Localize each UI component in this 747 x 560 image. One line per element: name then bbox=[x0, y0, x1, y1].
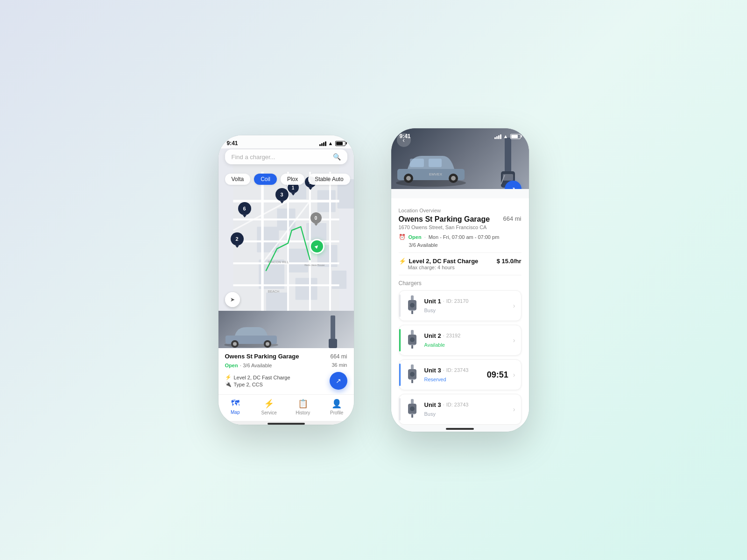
wifi-icon-2: ▲ bbox=[503, 133, 508, 139]
overview-label: Location Overview bbox=[399, 208, 521, 213]
filter-coil[interactable]: Coil bbox=[254, 174, 277, 185]
charger-info-3: Unit 3 · ID: 23743 Reserved bbox=[424, 367, 482, 383]
nav-service[interactable]: ⚡ Service bbox=[252, 399, 286, 415]
charger-unit-4: Unit 3 bbox=[424, 401, 441, 408]
svg-rect-66 bbox=[411, 414, 413, 418]
charger-info-1: Unit 1 · ID: 23170 Busy bbox=[424, 298, 508, 314]
status-bar-2: 9:41 ▲ bbox=[391, 128, 529, 141]
nav-history[interactable]: 📋 History bbox=[286, 399, 320, 415]
card-distance: 664 mi bbox=[330, 353, 347, 360]
location-content: Location Overview Owens St Parking Garag… bbox=[391, 198, 529, 425]
filter-plox[interactable]: Plox bbox=[281, 174, 304, 185]
marker-6[interactable]: 0 bbox=[310, 212, 322, 224]
dot-separator: · bbox=[424, 234, 426, 240]
battery-icon-2 bbox=[510, 134, 521, 139]
status-line-2 bbox=[399, 329, 401, 351]
nav-map-label: Map bbox=[231, 410, 240, 415]
charger-status-4: Busy bbox=[424, 411, 436, 417]
charger-id-text-4: ID: 23743 bbox=[446, 402, 469, 407]
battery-icon-1 bbox=[335, 141, 345, 146]
svg-point-60 bbox=[410, 372, 415, 377]
price-text: $ 15.0/hr bbox=[497, 258, 521, 265]
svg-point-42 bbox=[451, 176, 456, 181]
charger-post-image bbox=[326, 315, 340, 348]
phone-detail: 9:41 ▲ bbox=[391, 128, 529, 432]
charger-item-3[interactable]: Unit 3 · ID: 23743 Reserved 09:51 › bbox=[399, 359, 521, 390]
charger-id-text-1: ID: 23170 bbox=[446, 298, 469, 304]
chevron-icon-4: › bbox=[513, 406, 515, 413]
charger-id-text-3: ID: 23743 bbox=[446, 367, 469, 373]
open-status: Open bbox=[409, 234, 422, 240]
signal-icon-2 bbox=[494, 133, 501, 139]
hours-text: Mon - Fri, 07:00 am - 07:00 pm bbox=[429, 234, 500, 240]
svg-rect-33 bbox=[331, 315, 335, 341]
availability-text: 3/6 Available bbox=[409, 242, 438, 248]
search-placeholder: Find a charger... bbox=[232, 154, 275, 161]
charger-item-2[interactable]: Unit 2 · 23192 Available › bbox=[399, 325, 521, 356]
charger-item-1[interactable]: Unit 1 · ID: 23170 Busy › bbox=[399, 290, 521, 321]
wifi-icon-1: ▲ bbox=[328, 140, 333, 146]
connector-type-text: Type 2, CCS bbox=[234, 382, 263, 387]
marker-4[interactable]: 6 bbox=[238, 202, 251, 215]
svg-rect-44 bbox=[505, 138, 511, 175]
charge-type-text: Level 2, DC Fast Charge bbox=[234, 375, 290, 380]
svg-rect-51 bbox=[411, 310, 413, 314]
phone-map: 9:41 ▲ bbox=[218, 135, 354, 425]
nav-map[interactable]: 🗺 Map bbox=[218, 399, 253, 415]
svg-point-30 bbox=[233, 342, 237, 346]
chargers-label: Chargers bbox=[399, 280, 521, 287]
location-distance: 664 mi bbox=[503, 215, 521, 222]
status-bar-1: 9:41 ▲ bbox=[218, 135, 354, 148]
svg-rect-10 bbox=[288, 249, 308, 273]
marker-3[interactable]: 3 bbox=[275, 188, 289, 201]
map-area[interactable]: RINCON HILL BEACH Reds Java House Find a… bbox=[218, 135, 354, 311]
svg-text:EMVEX: EMVEX bbox=[429, 172, 443, 176]
signal-icon-1 bbox=[319, 140, 326, 146]
charger-id-1: · bbox=[443, 298, 444, 304]
phones-container: 9:41 ▲ bbox=[218, 128, 529, 432]
history-nav-icon: 📋 bbox=[298, 399, 308, 409]
hours-info: ⏰ Open · Mon - Fri, 07:00 am - 07:00 pm bbox=[399, 234, 521, 240]
navigate-button[interactable]: ↗ bbox=[330, 372, 347, 390]
charger-time-3: 09:51 bbox=[487, 370, 508, 380]
svg-rect-38 bbox=[429, 159, 442, 167]
svg-point-55 bbox=[410, 337, 415, 342]
nav-history-label: History bbox=[296, 410, 310, 415]
home-indicator-1 bbox=[268, 423, 305, 425]
nav-profile[interactable]: 👤 Profile bbox=[320, 399, 354, 415]
charge-bolt-icon: ⚡ bbox=[225, 374, 232, 380]
svg-rect-37 bbox=[410, 159, 424, 167]
chevron-icon-3: › bbox=[513, 371, 515, 378]
divider-2 bbox=[399, 275, 521, 275]
divider-1 bbox=[399, 252, 521, 253]
bottom-nav: 🗺 Map ⚡ Service 📋 History 👤 Profile bbox=[218, 394, 354, 421]
svg-rect-12 bbox=[266, 293, 288, 311]
card-avail-text: 3/6 Available bbox=[243, 363, 272, 368]
card-title: Owens St Parking Garage bbox=[225, 353, 299, 360]
status-line-1 bbox=[399, 294, 401, 317]
plug-icon-3 bbox=[405, 364, 420, 385]
location-name: Owens St Parking Garage bbox=[399, 215, 490, 224]
chargers-section: Chargers Unit 1 bbox=[399, 280, 521, 425]
charger-status-3: Reserved bbox=[424, 377, 446, 382]
svg-point-40 bbox=[406, 176, 411, 181]
charger-item-4[interactable]: Unit 3 · ID: 23743 Busy › bbox=[399, 394, 521, 425]
svg-rect-34 bbox=[329, 339, 337, 348]
profile-nav-icon: 👤 bbox=[331, 399, 342, 409]
map-screen: 9:41 ▲ bbox=[218, 135, 354, 425]
availability-info: 3/6 Available bbox=[399, 242, 521, 248]
location-header: Owens St Parking Garage 664 mi bbox=[399, 215, 521, 224]
search-bar[interactable]: Find a charger... 🔍 bbox=[225, 149, 347, 164]
map-compass-control[interactable]: ➤ bbox=[225, 292, 240, 307]
charger-id-text-2: 23192 bbox=[446, 333, 461, 338]
charger-info-4: Unit 3 · ID: 23743 Busy bbox=[424, 401, 508, 418]
filter-volta[interactable]: Volta bbox=[225, 174, 251, 185]
filter-stable-auto[interactable]: Stable Auto bbox=[308, 174, 350, 185]
svg-rect-11 bbox=[295, 278, 317, 300]
map-nav-icon: 🗺 bbox=[231, 399, 240, 408]
marker-5[interactable]: 2 bbox=[231, 232, 244, 245]
car-image bbox=[223, 322, 279, 348]
status-line-4 bbox=[399, 398, 401, 420]
svg-rect-8 bbox=[257, 227, 279, 252]
svg-text:RINCON HILL: RINCON HILL bbox=[268, 260, 289, 264]
